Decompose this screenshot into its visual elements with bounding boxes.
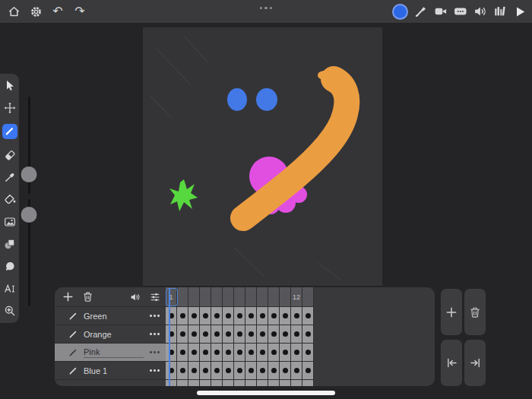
frame-header-11[interactable] bbox=[280, 287, 290, 306]
frame-cell[interactable] bbox=[177, 380, 188, 386]
add-frame-button[interactable] bbox=[441, 289, 462, 335]
frame-cell[interactable] bbox=[177, 325, 188, 343]
frame-header-2[interactable] bbox=[177, 287, 188, 306]
zoom-tool-button[interactable] bbox=[3, 305, 16, 318]
captions-button[interactable] bbox=[454, 5, 467, 18]
eyedropper-tool-button[interactable] bbox=[3, 171, 16, 184]
undo-button[interactable]: ↶ bbox=[51, 5, 65, 18]
frame-cell[interactable] bbox=[245, 362, 256, 379]
add-layer-button[interactable] bbox=[62, 290, 74, 303]
frame-cell[interactable] bbox=[211, 307, 222, 325]
frame-cell[interactable] bbox=[268, 307, 279, 325]
frame-header-6[interactable] bbox=[223, 287, 233, 306]
eraser-tool-button[interactable] bbox=[3, 148, 16, 161]
fill-tool-button[interactable] bbox=[3, 193, 16, 206]
drawing-canvas[interactable] bbox=[143, 27, 382, 286]
brush-button[interactable] bbox=[414, 5, 428, 18]
frame-cell[interactable] bbox=[257, 362, 268, 379]
frame-header-12[interactable]: 12 bbox=[291, 287, 302, 306]
frame-header-5[interactable] bbox=[211, 287, 222, 306]
frame-cell[interactable] bbox=[257, 380, 268, 386]
tool-slider-lower-knob[interactable] bbox=[21, 207, 37, 223]
frame-cell[interactable] bbox=[223, 325, 233, 343]
home-button[interactable] bbox=[7, 5, 21, 18]
frame-cell[interactable] bbox=[268, 325, 279, 343]
frame-cell[interactable] bbox=[234, 344, 245, 361]
tool-slider-upper[interactable] bbox=[28, 97, 30, 194]
image-tool-button[interactable] bbox=[3, 215, 16, 228]
frame-cell[interactable] bbox=[280, 362, 290, 379]
frame-cell[interactable] bbox=[211, 325, 222, 343]
move-tool-button[interactable] bbox=[3, 101, 16, 114]
layer-more-button[interactable] bbox=[150, 333, 160, 335]
layer-more-button[interactable] bbox=[150, 369, 160, 372]
frame-cell[interactable] bbox=[268, 344, 279, 361]
frame-cell[interactable] bbox=[245, 325, 256, 343]
jump-to-start-button[interactable] bbox=[441, 340, 462, 386]
layer-more-button[interactable] bbox=[150, 315, 160, 317]
frame-cell[interactable] bbox=[291, 344, 302, 361]
home-indicator[interactable] bbox=[197, 391, 335, 395]
frame-cell[interactable] bbox=[211, 362, 222, 379]
frame-cell[interactable] bbox=[166, 362, 176, 379]
frame-cell[interactable] bbox=[200, 325, 211, 343]
frame-cell[interactable] bbox=[302, 380, 313, 386]
layers-audio-button[interactable] bbox=[128, 290, 141, 303]
frame-cell[interactable] bbox=[280, 325, 290, 343]
frame-cell[interactable] bbox=[166, 344, 176, 361]
frame-cell[interactable] bbox=[234, 362, 245, 379]
frame-cell[interactable] bbox=[188, 325, 199, 343]
layer-more-button[interactable] bbox=[150, 351, 160, 353]
select-tool-button[interactable] bbox=[3, 79, 16, 92]
frame-cell[interactable] bbox=[234, 380, 245, 386]
layer-row-pink[interactable]: Pink bbox=[55, 344, 166, 362]
frame-cell[interactable] bbox=[188, 344, 199, 361]
layer-row-orange[interactable]: Orange bbox=[55, 325, 166, 344]
frame-header-13[interactable] bbox=[302, 287, 313, 306]
timeline-options-button[interactable] bbox=[148, 290, 161, 303]
frame-cell[interactable] bbox=[166, 325, 176, 343]
frame-cell[interactable] bbox=[302, 344, 313, 361]
frame-cell[interactable] bbox=[200, 344, 211, 361]
play-button[interactable] bbox=[513, 5, 527, 18]
frame-cell[interactable] bbox=[234, 307, 245, 325]
frame-cell[interactable] bbox=[188, 380, 199, 386]
frame-cell[interactable] bbox=[188, 307, 199, 325]
frame-cell[interactable] bbox=[280, 307, 290, 325]
frame-cell[interactable] bbox=[200, 362, 211, 379]
frame-cell[interactable] bbox=[188, 362, 199, 379]
frame-cell[interactable] bbox=[257, 307, 268, 325]
volume-button[interactable] bbox=[473, 5, 487, 18]
color-swatch[interactable] bbox=[392, 4, 408, 20]
frame-cell[interactable] bbox=[291, 307, 302, 325]
frame-header-4[interactable] bbox=[200, 287, 211, 306]
frame-cell[interactable] bbox=[177, 344, 188, 361]
layer-row-blue-2[interactable]: Blue 2 bbox=[55, 380, 166, 386]
frame-cell[interactable] bbox=[268, 362, 279, 379]
frame-cell[interactable] bbox=[302, 307, 313, 325]
tool-slider-upper-knob[interactable] bbox=[21, 166, 37, 182]
text-tool-button[interactable] bbox=[3, 283, 16, 296]
frame-cell[interactable] bbox=[245, 380, 256, 386]
camera-button[interactable] bbox=[434, 5, 448, 18]
frame-header-7[interactable] bbox=[234, 287, 245, 306]
frame-cell[interactable] bbox=[166, 380, 176, 386]
frame-header-3[interactable] bbox=[188, 287, 199, 306]
frame-cell[interactable] bbox=[177, 307, 188, 325]
delete-layer-button[interactable] bbox=[81, 290, 94, 303]
frame-cell[interactable] bbox=[257, 325, 268, 343]
frame-cell[interactable] bbox=[177, 362, 188, 379]
frame-cell[interactable] bbox=[291, 325, 302, 343]
frame-cell[interactable] bbox=[211, 344, 222, 361]
frame-header-8[interactable] bbox=[245, 287, 256, 306]
redo-button[interactable]: ↷ bbox=[73, 5, 87, 18]
jump-to-end-button[interactable] bbox=[464, 340, 486, 386]
window-handle[interactable] bbox=[260, 7, 272, 9]
frame-cell[interactable] bbox=[302, 325, 313, 343]
frame-header-9[interactable] bbox=[257, 287, 268, 306]
frame-cell[interactable] bbox=[291, 362, 302, 379]
frame-cell[interactable] bbox=[291, 380, 302, 386]
frame-cell[interactable] bbox=[211, 380, 222, 386]
frame-cell[interactable] bbox=[245, 344, 256, 361]
frame-cell[interactable] bbox=[223, 380, 233, 386]
